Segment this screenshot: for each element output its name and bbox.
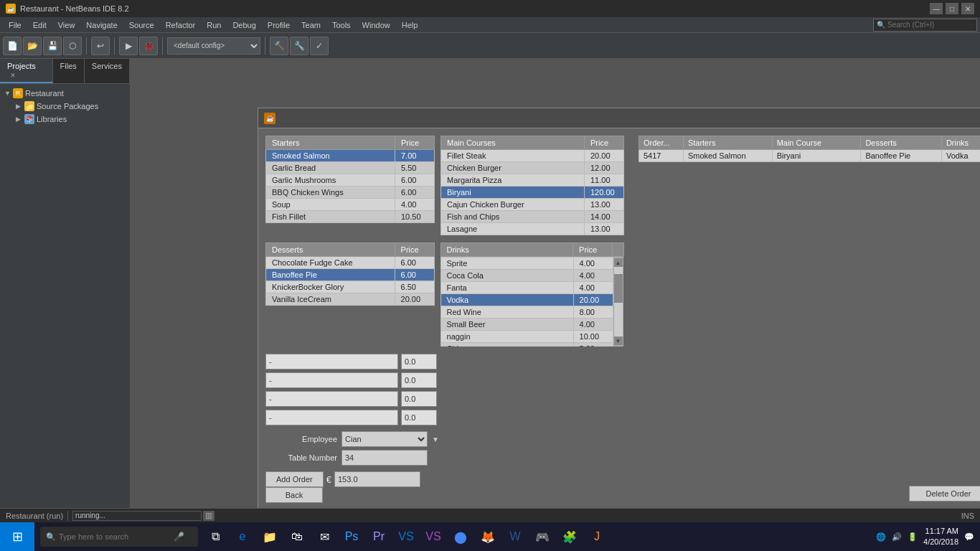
word-icon[interactable]: W (504, 525, 527, 548)
run-button[interactable]: ▶ (119, 37, 138, 55)
scroll-up-btn[interactable]: ▲ (614, 258, 623, 267)
menu-edit[interactable]: Edit (27, 19, 52, 31)
table-row[interactable]: Margarita Pizza11.00 (441, 174, 624, 187)
table-row[interactable]: Fillet Steak20.00 (441, 150, 624, 162)
edge-icon[interactable]: e (231, 525, 254, 548)
menu-view[interactable]: View (52, 19, 81, 31)
start-button[interactable]: ⊞ (0, 522, 34, 551)
task-view-icon[interactable]: ⧉ (204, 525, 227, 548)
tree-node-source-packages[interactable]: ▶ 📁 Source Packages (14, 100, 127, 113)
table-row[interactable]: Chicken Burger12.00 (441, 162, 624, 174)
menu-team[interactable]: Team (296, 19, 326, 31)
taskbar-search-box[interactable]: 🔍 🎤 (40, 527, 198, 547)
menu-window[interactable]: Window (357, 19, 396, 31)
status-progress-input[interactable] (72, 511, 202, 521)
puzzle-icon[interactable]: 🧩 (558, 525, 581, 548)
photoshop-icon[interactable]: Ps (340, 525, 363, 548)
taskbar-search-input[interactable] (59, 532, 174, 541)
build-button[interactable]: 🔨 (270, 37, 288, 55)
tab-files[interactable]: Files (53, 59, 85, 83)
item-input-2[interactable] (265, 372, 398, 388)
price-input-1[interactable] (401, 354, 437, 369)
table-number-input[interactable] (341, 450, 428, 466)
table-row[interactable]: BBQ Chicken Wings6.00 (266, 187, 435, 199)
table-row[interactable]: Vanilla IceCream20.00 (266, 293, 435, 306)
table-row[interactable]: Coca Cola4.00 (440, 270, 613, 282)
item-input-1[interactable] (265, 354, 398, 369)
table-row[interactable]: Small Beer4.00 (440, 319, 613, 331)
scroll-down-btn[interactable]: ▼ (614, 336, 623, 345)
vscode-icon[interactable]: VS (395, 525, 418, 548)
maximize-button[interactable]: □ (946, 3, 958, 14)
table-row[interactable]: Banoffee Pie6.00 (266, 269, 435, 281)
table-row[interactable]: Sprite4.00 (440, 258, 613, 270)
new-button[interactable]: 📄 (3, 37, 22, 55)
employee-select[interactable]: Cian John Mary (341, 431, 428, 447)
table-row[interactable]: Vodka20.00 (440, 294, 613, 306)
item-input-3[interactable] (265, 391, 398, 407)
table-row[interactable]: Chocolate Fudge Cake6.00 (266, 257, 435, 269)
debug-button[interactable]: 🐞 (139, 37, 158, 55)
vs-icon[interactable]: VS (422, 525, 445, 548)
table-row[interactable]: Biryani120.00 (441, 187, 624, 199)
table-row[interactable]: Lasagne13.00 (441, 223, 624, 235)
menu-tools[interactable]: Tools (326, 19, 357, 31)
item-input-4[interactable] (265, 410, 398, 425)
premiere-icon[interactable]: Pr (367, 525, 390, 548)
table-row[interactable]: Smoked Salmon7.00 (266, 150, 435, 162)
search-bar[interactable]: 🔍 (873, 19, 977, 32)
chrome-icon[interactable]: ⬤ (449, 525, 472, 548)
table-row[interactable]: Soup4.00 (266, 199, 435, 211)
delete-order-button[interactable]: Delete Order (909, 486, 980, 501)
price-input-3[interactable] (401, 391, 437, 407)
table-row[interactable]: naggin10.00 (440, 331, 613, 343)
menu-profile[interactable]: Profile (262, 19, 296, 31)
menu-debug[interactable]: Debug (227, 19, 261, 31)
table-row[interactable]: Cajun Chicken Burger13.00 (441, 199, 624, 211)
mail-icon[interactable]: ✉ (313, 525, 336, 548)
menu-navigate[interactable]: Navigate (80, 19, 123, 31)
order-num: 5417 (639, 150, 684, 162)
open-button[interactable]: 📂 (23, 37, 42, 55)
undo-button[interactable]: ↩ (91, 37, 110, 55)
java-icon[interactable]: J (585, 525, 608, 548)
tab-projects[interactable]: Projects ✕ (0, 59, 53, 83)
menu-file[interactable]: File (3, 19, 27, 31)
back-button[interactable]: Back (265, 487, 323, 503)
close-button[interactable]: ✕ (961, 3, 974, 14)
table-row[interactable]: KnickerBocker Glory6.50 (266, 281, 435, 293)
config-combo[interactable]: <default config> (167, 37, 260, 55)
save-all-button[interactable]: ⬡ (63, 37, 82, 55)
total-input[interactable] (334, 471, 420, 487)
minimize-button[interactable]: — (930, 3, 943, 14)
game-icon[interactable]: 🎮 (531, 525, 554, 548)
table-row[interactable]: 5417 Smoked Salmon Biryani Banoffee Pie … (639, 150, 981, 162)
tree-node-restaurant[interactable]: ▼ R Restaurant (3, 87, 127, 100)
table-row[interactable]: Fish and Chips14.00 (441, 211, 624, 223)
menu-refactor[interactable]: Refactor (160, 19, 202, 31)
search-input[interactable] (887, 21, 974, 29)
tab-services[interactable]: Services (85, 59, 130, 83)
item-price: 8.00 (573, 306, 613, 319)
add-order-button[interactable]: Add Order (265, 471, 324, 487)
table-row[interactable]: Fanta4.00 (440, 282, 613, 294)
tree-node-libraries[interactable]: ▶ 📚 Libraries (14, 113, 127, 126)
menu-help[interactable]: Help (396, 19, 424, 31)
price-input-2[interactable] (401, 372, 437, 388)
explorer-icon[interactable]: 📁 (258, 525, 281, 548)
order-desserts-header: Desserts (861, 136, 942, 150)
menu-source[interactable]: Source (123, 19, 160, 31)
firefox-icon[interactable]: 🦊 (476, 525, 499, 548)
item-price: 10.50 (395, 211, 435, 223)
price-input-4[interactable] (401, 410, 437, 425)
test-button[interactable]: ✓ (310, 37, 329, 55)
table-row[interactable]: Fish Fillet10.50 (266, 211, 435, 223)
menu-run[interactable]: Run (201, 19, 227, 31)
table-row[interactable]: Garlic Bread5.50 (266, 162, 435, 174)
table-row[interactable]: Garlic Mushrooms6.00 (266, 174, 435, 187)
store-icon[interactable]: 🛍 (286, 525, 308, 548)
clean-build-button[interactable]: 🔧 (290, 37, 308, 55)
table-row[interactable]: Cider5.00 (440, 343, 613, 347)
save-button[interactable]: 💾 (43, 37, 62, 55)
table-row[interactable]: Red Wine8.00 (440, 306, 613, 319)
